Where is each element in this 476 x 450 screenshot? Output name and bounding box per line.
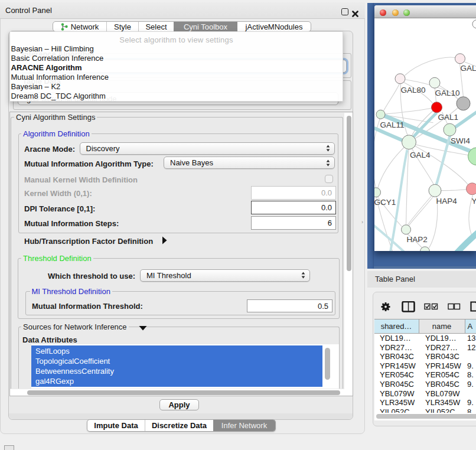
- svg-text:GAL1: GAL1: [438, 112, 458, 121]
- svg-text:GAL2: GAL2: [460, 63, 476, 72]
- svg-text:GAL11: GAL11: [380, 120, 404, 129]
- svg-text:SWI4: SWI4: [451, 136, 470, 145]
- svg-text:GAL10: GAL10: [435, 88, 459, 97]
- svg-text:GCY1: GCY1: [374, 198, 396, 207]
- svg-text:HAP2: HAP2: [406, 234, 427, 243]
- svg-text:GAL4: GAL4: [410, 151, 431, 159]
- svg-text:GAL80: GAL80: [400, 85, 425, 94]
- svg-text:YM: YM: [471, 196, 476, 205]
- svg-text:HAP4: HAP4: [436, 196, 457, 205]
